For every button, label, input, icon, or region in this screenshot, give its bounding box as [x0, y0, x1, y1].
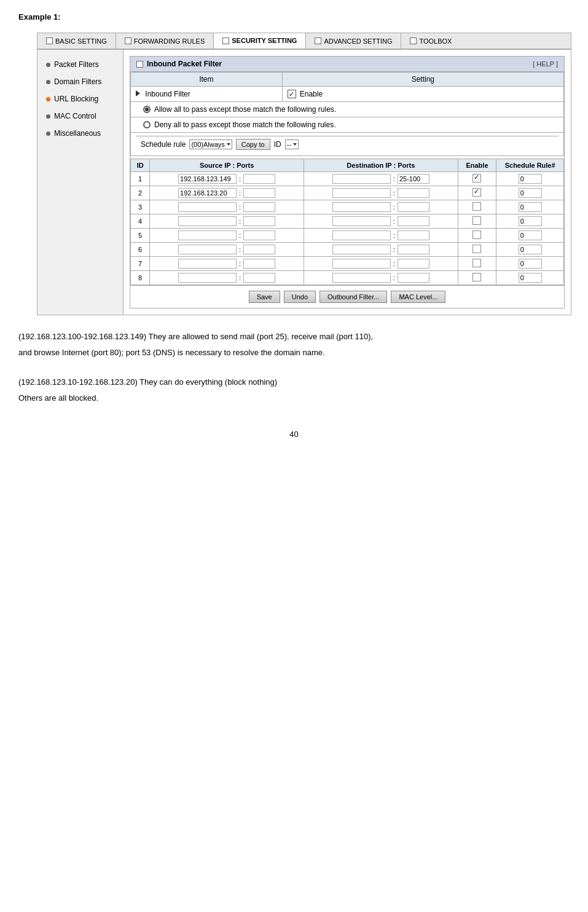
dst-ip-input-1[interactable] [332, 174, 391, 184]
id-select[interactable]: -- [285, 140, 299, 149]
panel: Inbound Packet Filter [ HELP ] Item Sett… [130, 56, 565, 309]
pf-src-3: : [150, 200, 304, 214]
dst-ip-input-5[interactable] [332, 230, 391, 240]
enable-checkbox-8[interactable] [472, 273, 481, 281]
sidebar-label-mac-control: MAC Control [54, 112, 96, 120]
nav-advanced-setting[interactable]: ADVANCED SETTING [306, 33, 401, 49]
enable-checkbox-4[interactable] [472, 216, 481, 225]
nav-checkbox-security [222, 37, 229, 44]
src-ip-input-7[interactable] [178, 259, 237, 269]
src-ip-input-2[interactable] [178, 188, 237, 198]
colon-src-8: : [238, 274, 241, 281]
pf-enable-6[interactable] [458, 243, 496, 257]
pf-dst-6: : [304, 243, 458, 257]
sidebar-label-domain-filters: Domain Filters [54, 77, 101, 86]
pf-enable-5[interactable] [458, 229, 496, 243]
dst-port-input-2[interactable] [398, 188, 429, 198]
radio-deny[interactable]: Deny all to pass except those match the … [143, 119, 551, 130]
outbound-filter-button[interactable]: Outbound Filter... [319, 291, 387, 303]
id-select-arrow-icon [293, 143, 297, 146]
src-port-input-1[interactable] [243, 174, 275, 184]
pf-enable-3[interactable] [458, 200, 496, 214]
pf-enable-1[interactable] [458, 172, 496, 186]
colon-dst-3: : [393, 203, 396, 211]
table-row: 8 : : [131, 271, 564, 285]
dst-ip-input-6[interactable] [332, 245, 391, 254]
schedule-input-7[interactable] [519, 259, 542, 269]
enable-checkbox-5[interactable] [472, 230, 481, 239]
pf-enable-4[interactable] [458, 214, 496, 229]
bullet-mac-control [46, 114, 50, 119]
dst-port-input-5[interactable] [398, 230, 429, 240]
schedule-row-cell: Schedule rule (00)Always Copy to ID -- [131, 133, 564, 156]
pf-enable-7[interactable] [458, 257, 496, 271]
src-port-input-2[interactable] [243, 188, 275, 198]
src-port-input-4[interactable] [243, 216, 275, 226]
mac-level-button[interactable]: MAC Level... [391, 291, 445, 303]
desc-line-1: (192.168.123.100-192.168.123.149) They a… [18, 330, 570, 344]
dst-ip-input-3[interactable] [332, 202, 391, 212]
src-port-input-5[interactable] [243, 230, 275, 240]
pf-dst-1: : [304, 172, 458, 186]
src-ip-input-5[interactable] [178, 230, 237, 240]
dst-port-input-4[interactable] [398, 216, 429, 226]
dst-ip-input-2[interactable] [332, 188, 391, 198]
dst-port-input-3[interactable] [398, 202, 429, 212]
sidebar-item-packet-filters[interactable]: Packet Filters [37, 56, 123, 73]
src-ip-input-3[interactable] [178, 202, 237, 212]
nav-toolbox[interactable]: TOOLBOX [401, 33, 460, 49]
dst-port-input-8[interactable] [398, 273, 429, 283]
pf-enable-2[interactable] [458, 186, 496, 200]
src-port-input-7[interactable] [243, 259, 275, 269]
src-port-input-6[interactable] [243, 245, 275, 254]
src-ip-input-1[interactable] [178, 174, 237, 184]
dst-port-input-1[interactable] [398, 174, 429, 184]
nav-forwarding-rules[interactable]: FORWARDING RULES [116, 33, 214, 49]
nav-basic-setting[interactable]: BASIC SETTING [37, 33, 116, 49]
pf-enable-8[interactable] [458, 271, 496, 285]
enable-checkbox-2[interactable] [472, 188, 481, 197]
copy-to-button[interactable]: Copy to [236, 139, 270, 150]
sidebar-item-url-blocking[interactable]: URL Blocking [37, 90, 123, 108]
dst-port-input-6[interactable] [398, 245, 429, 254]
src-ip-input-4[interactable] [178, 216, 237, 226]
schedule-input-1[interactable] [519, 174, 542, 184]
dst-ip-input-7[interactable] [332, 259, 391, 269]
schedule-input-4[interactable] [519, 216, 542, 226]
src-port-input-8[interactable] [243, 273, 275, 283]
enable-checkmark[interactable]: ✓ [288, 90, 296, 98]
src-port-input-3[interactable] [243, 202, 275, 212]
table-row: 4 : : [131, 214, 564, 229]
schedule-input-6[interactable] [519, 245, 542, 254]
radio-allow[interactable]: Allow all to pass except those match the… [143, 104, 551, 115]
colon-dst-5: : [393, 232, 396, 239]
src-ip-input-6[interactable] [178, 245, 237, 254]
schedule-input-3[interactable] [519, 202, 542, 212]
save-button[interactable]: Save [249, 291, 280, 303]
schedule-select[interactable]: (00)Always [189, 140, 232, 149]
pf-src-6: : [150, 243, 304, 257]
sidebar-item-mac-control[interactable]: MAC Control [37, 108, 123, 125]
radio-deny-dot [143, 121, 151, 128]
undo-button[interactable]: Undo [284, 291, 316, 303]
src-ip-input-8[interactable] [178, 273, 237, 283]
dst-ip-input-4[interactable] [332, 216, 391, 226]
enable-checkbox-3[interactable] [472, 202, 481, 211]
colon-src-1: : [238, 175, 241, 183]
nav-checkbox-toolbox [410, 37, 417, 44]
enable-checkbox-6[interactable] [472, 245, 481, 253]
enable-checkbox-1[interactable] [472, 174, 481, 183]
schedule-input-8[interactable] [519, 273, 542, 283]
nav-security-setting[interactable]: SECURITY SETTING [214, 33, 306, 49]
enable-checkbox-7[interactable] [472, 259, 481, 267]
schedule-input-5[interactable] [519, 230, 542, 240]
table-row: 7 : : [131, 257, 564, 271]
sidebar-item-domain-filters[interactable]: Domain Filters [37, 73, 123, 90]
sidebar-item-miscellaneous[interactable]: Miscellaneous [37, 125, 123, 142]
pf-schedule-3 [496, 200, 564, 214]
schedule-input-2[interactable] [519, 188, 542, 198]
pf-col-id: ID [131, 159, 150, 172]
dst-ip-input-8[interactable] [332, 273, 391, 283]
dst-port-input-7[interactable] [398, 259, 429, 269]
help-link[interactable]: [ HELP ] [533, 60, 558, 68]
